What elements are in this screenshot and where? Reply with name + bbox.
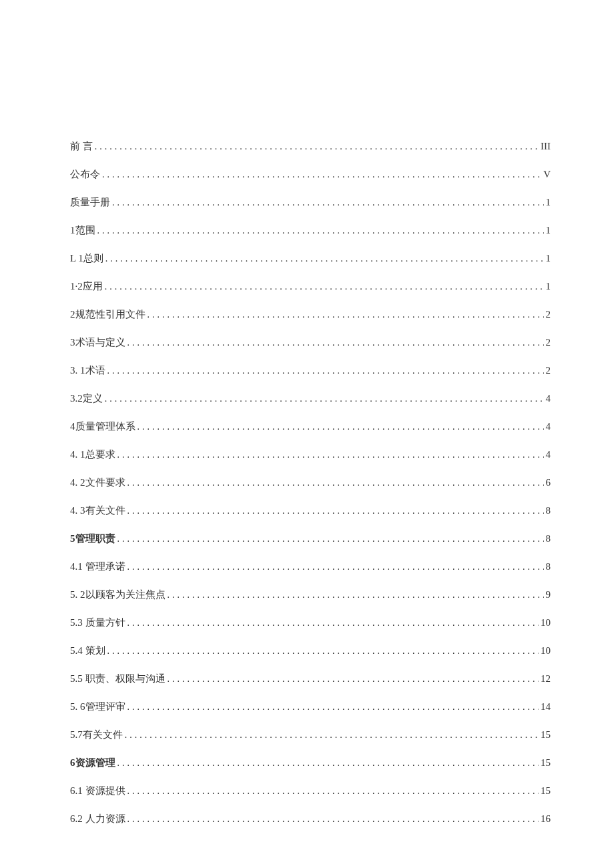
toc-label: 4质量管理体系 <box>70 420 135 433</box>
toc-page-number: 16 <box>541 813 551 825</box>
toc-page-number: 10 <box>541 617 551 628</box>
toc-row: 3术语与定义2 <box>70 336 551 349</box>
toc-leader-dots <box>168 674 539 685</box>
toc-page-number: 2 <box>546 365 551 376</box>
toc-leader-dots <box>127 786 539 797</box>
toc-page-number: 4 <box>546 421 551 432</box>
toc-label: 质量手册 <box>70 196 110 209</box>
toc-row: 4. 3有关文件8 <box>70 504 551 517</box>
toc-row: 2规范性引用文件2 <box>70 308 551 321</box>
toc-page-number: V <box>543 169 551 180</box>
toc-leader-dots <box>137 422 544 432</box>
toc-leader-dots <box>105 282 544 292</box>
toc-row: 前 言III <box>70 140 551 153</box>
toc-page-number: 15 <box>541 785 551 797</box>
toc-leader-dots <box>168 590 544 600</box>
toc-label: 6.2 人力资源 <box>70 813 125 825</box>
toc-page-number: 10 <box>541 645 551 657</box>
toc-leader-dots <box>125 730 539 741</box>
toc-leader-dots <box>95 141 539 152</box>
toc-leader-dots <box>117 758 539 769</box>
toc-leader-dots <box>127 618 539 628</box>
toc-row: 5. 6管理评审14 <box>70 701 551 713</box>
toc-page-number: 8 <box>546 505 551 516</box>
toc-label: 6资源管理 <box>70 757 115 769</box>
toc-leader-dots <box>127 338 544 348</box>
toc-page-number: 14 <box>541 701 551 713</box>
toc-page-number: III <box>541 141 551 152</box>
toc-row: 5.4 策划10 <box>70 644 551 657</box>
toc-page-number: 8 <box>546 561 551 572</box>
toc-label: 5. 6管理评审 <box>70 701 125 713</box>
toc-label: 公布令 <box>70 168 100 181</box>
toc-label: 4. 3有关文件 <box>70 504 125 517</box>
toc-label: 3.2定义 <box>70 392 103 405</box>
toc-page-number: 15 <box>541 729 551 741</box>
toc-row: 5管理职责8 <box>70 532 551 545</box>
toc-row: 1·2应用1 <box>70 280 551 293</box>
toc-row: 质量手册1 <box>70 196 551 209</box>
toc-leader-dots <box>107 366 544 376</box>
toc-row: 4.1 管理承诺8 <box>70 560 551 573</box>
toc-leader-dots <box>117 534 544 544</box>
toc-row: 3. 1术语2 <box>70 364 551 377</box>
toc-label: 5.3 质量方针 <box>70 616 125 629</box>
toc-label: 6.1 资源提供 <box>70 785 125 797</box>
toc-row: 6资源管理15 <box>70 757 551 769</box>
toc-row: L 1总则1 <box>70 252 551 265</box>
toc-label: 2规范性引用文件 <box>70 308 145 321</box>
toc-label: 5.7有关文件 <box>70 729 123 741</box>
toc-leader-dots <box>105 394 544 404</box>
toc-leader-dots <box>105 254 544 264</box>
toc-leader-dots <box>117 450 544 460</box>
toc-row: 公布令V <box>70 168 551 181</box>
toc-page-number: 8 <box>546 533 551 544</box>
toc-page-number: 2 <box>546 337 551 348</box>
toc-row: 5.3 质量方针10 <box>70 616 551 629</box>
toc-page-number: 1 <box>546 225 551 236</box>
toc-leader-dots <box>127 506 544 516</box>
toc-leader-dots <box>97 226 544 236</box>
table-of-contents: 前 言III公布令V质量手册11范围1L 1总则11·2应用12规范性引用文件2… <box>70 140 551 825</box>
toc-page-number: 1 <box>546 197 551 208</box>
toc-row: 5.5 职责、权限与沟通12 <box>70 673 551 685</box>
toc-leader-dots <box>147 310 544 320</box>
toc-page-number: 6 <box>546 477 551 488</box>
toc-label: 5.4 策划 <box>70 644 105 657</box>
toc-leader-dots <box>127 814 539 825</box>
toc-row: 4. 2文件要求6 <box>70 476 551 489</box>
toc-row: 5. 2以顾客为关注焦点9 <box>70 588 551 601</box>
toc-row: 1范围1 <box>70 224 551 237</box>
toc-leader-dots <box>112 197 544 208</box>
toc-page-number: 4 <box>546 449 551 460</box>
toc-label: 4. 2文件要求 <box>70 476 125 489</box>
toc-leader-dots <box>127 562 544 572</box>
toc-page-number: 4 <box>546 393 551 404</box>
toc-label: 5.5 职责、权限与沟通 <box>70 673 166 685</box>
toc-row: 5.7有关文件15 <box>70 729 551 741</box>
toc-page-number: 1 <box>546 281 551 292</box>
toc-row: 3.2定义4 <box>70 392 551 405</box>
toc-page-number: 9 <box>546 589 551 600</box>
toc-label: 4. 1总要求 <box>70 448 115 461</box>
toc-label: 3. 1术语 <box>70 364 105 377</box>
toc-leader-dots <box>127 478 544 488</box>
toc-page-number: 15 <box>541 757 551 769</box>
toc-row: 6.2 人力资源16 <box>70 813 551 825</box>
toc-page-number: 1 <box>546 253 551 264</box>
toc-label: L 1总则 <box>70 252 103 265</box>
toc-label: 3术语与定义 <box>70 336 125 349</box>
toc-leader-dots <box>127 702 539 713</box>
toc-label: 前 言 <box>70 140 93 153</box>
toc-label: 1·2应用 <box>70 280 103 293</box>
toc-page-number: 2 <box>546 309 551 320</box>
toc-leader-dots <box>107 646 539 657</box>
toc-label: 4.1 管理承诺 <box>70 560 125 573</box>
toc-row: 6.1 资源提供15 <box>70 785 551 797</box>
toc-label: 1范围 <box>70 224 95 237</box>
toc-label: 5. 2以顾客为关注焦点 <box>70 588 166 601</box>
toc-label: 5管理职责 <box>70 532 115 545</box>
toc-page-number: 12 <box>541 673 551 685</box>
toc-row: 4质量管理体系4 <box>70 420 551 433</box>
toc-leader-dots <box>102 169 541 180</box>
